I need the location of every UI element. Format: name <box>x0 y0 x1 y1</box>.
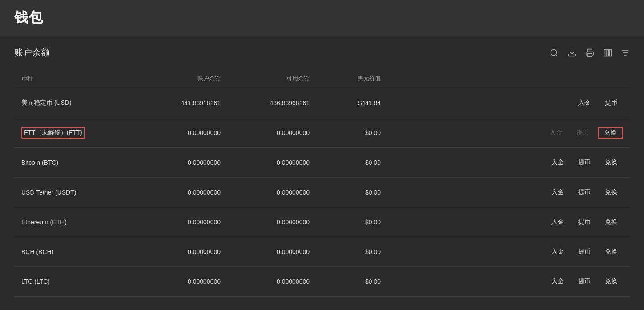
deposit-button[interactable]: 入金 <box>546 276 569 287</box>
withdraw-button[interactable]: 提币 <box>573 187 596 198</box>
table-row: 美元稳定币 (USD)441.83918261436.83968261$441.… <box>14 88 630 118</box>
currency-name: LTC (LTC) <box>14 267 139 297</box>
currency-name: BCH (BCH) <box>14 237 139 267</box>
table-row: Bitcoin (BTC)0.000000000.00000000$0.00入金… <box>14 148 630 178</box>
withdraw-button[interactable]: 提币 <box>573 246 596 258</box>
header-currency: 币种 <box>14 69 139 88</box>
withdraw-button[interactable]: 提币 <box>600 97 623 109</box>
usd-value-cell: $0.00 <box>317 178 388 207</box>
header-available: 可用余额 <box>228 69 317 88</box>
usd-value-cell: $0.00 <box>317 207 388 237</box>
table-header-row: 币种 账户余额 可用余额 美元价值 <box>14 69 630 88</box>
columns-icon[interactable] <box>603 48 612 57</box>
available-cell: 0.00000000 <box>228 237 317 267</box>
svg-rect-5 <box>607 49 608 56</box>
header-usd-value: 美元价值 <box>317 69 388 88</box>
search-icon[interactable] <box>550 48 559 57</box>
currency-cell: FTT（未解锁）(FTT) <box>14 118 139 148</box>
available-cell: 0.00000000 <box>228 178 317 207</box>
deposit-button: 入金 <box>544 127 568 139</box>
actions-cell: 入金提币兑换 <box>388 267 630 297</box>
section-header: 账户余额 <box>14 47 630 59</box>
usd-value-cell: $0.00 <box>317 148 388 178</box>
balance-cell: 0.00000000 <box>139 207 228 237</box>
exchange-button[interactable]: 兑换 <box>598 127 623 139</box>
available-cell: 0.00000000 <box>228 207 317 237</box>
balance-cell: 0.00000000 <box>139 118 228 148</box>
exchange-button[interactable]: 兑换 <box>600 276 623 287</box>
usd-value-cell: $441.84 <box>317 88 388 118</box>
withdraw-button[interactable]: 提币 <box>573 216 596 228</box>
table-row: FTT（未解锁）(FTT)0.000000000.00000000$0.00入金… <box>14 118 630 148</box>
svg-point-0 <box>551 49 557 55</box>
actions-cell: 入金提币兑换 <box>388 207 630 237</box>
withdraw-button: 提币 <box>571 127 594 139</box>
exchange-button[interactable]: 兑换 <box>600 157 623 168</box>
page-title: 钱包 <box>14 8 630 28</box>
table-row: Ethereum (ETH)0.000000000.00000000$0.00入… <box>14 207 630 237</box>
print-icon[interactable] <box>585 48 594 57</box>
svg-rect-3 <box>588 53 592 56</box>
currency-name: USD Tether (USDT) <box>14 178 139 207</box>
deposit-button[interactable]: 入金 <box>546 216 569 228</box>
balance-cell: 0.00000000 <box>139 237 228 267</box>
table-row: USD Tether (USDT)0.000000000.00000000$0.… <box>14 178 630 207</box>
section-title: 账户余额 <box>14 47 50 59</box>
table-row: LTC (LTC)0.000000000.00000000$0.00入金提币兑换 <box>14 267 630 297</box>
withdraw-button[interactable]: 提币 <box>573 276 596 287</box>
currency-name: Bitcoin (BTC) <box>14 148 139 178</box>
deposit-button[interactable]: 入金 <box>573 97 596 109</box>
deposit-button[interactable]: 入金 <box>546 187 569 198</box>
currency-name: 美元稳定币 (USD) <box>14 88 139 118</box>
svg-rect-6 <box>609 49 611 56</box>
header-balance: 账户余额 <box>139 69 228 88</box>
usd-value-cell: $0.00 <box>317 237 388 267</box>
actions-cell: 入金提币兑换 <box>388 178 630 207</box>
exchange-button[interactable]: 兑换 <box>600 187 623 198</box>
exchange-button[interactable]: 兑换 <box>600 216 623 228</box>
balance-cell: 0.00000000 <box>139 178 228 207</box>
usd-value-cell: $0.00 <box>317 267 388 297</box>
available-cell: 436.83968261 <box>228 88 317 118</box>
usd-value-cell: $0.00 <box>317 118 388 148</box>
currency-name: Ethereum (ETH) <box>14 207 139 237</box>
svg-line-1 <box>556 54 558 56</box>
actions-cell: 入金提币兑换 <box>388 118 630 148</box>
deposit-button[interactable]: 入金 <box>546 246 569 258</box>
table-row: BCH (BCH)0.000000000.00000000$0.00入金提币兑换 <box>14 237 630 267</box>
balance-cell: 0.00000000 <box>139 148 228 178</box>
actions-cell: 入金提币兑换 <box>388 237 630 267</box>
withdraw-button[interactable]: 提币 <box>573 157 596 168</box>
exchange-button[interactable]: 兑换 <box>600 246 623 258</box>
main-content: 账户余额 <box>0 36 644 307</box>
balance-table: 币种 账户余额 可用余额 美元价值 美元稳定币 (USD)441.8391826… <box>14 69 630 297</box>
available-cell: 0.00000000 <box>228 267 317 297</box>
toolbar-icons <box>550 48 630 57</box>
download-icon[interactable] <box>568 48 576 57</box>
actions-cell: 入金提币 <box>388 88 630 118</box>
currency-name: FTT（未解锁）(FTT) <box>21 127 85 139</box>
actions-cell: 入金提币兑换 <box>388 148 630 178</box>
deposit-button[interactable]: 入金 <box>546 157 569 168</box>
header-actions <box>388 69 630 88</box>
available-cell: 0.00000000 <box>228 148 317 178</box>
filter-icon[interactable] <box>621 48 630 57</box>
available-cell: 0.00000000 <box>228 118 317 148</box>
page-header: 钱包 <box>0 0 644 36</box>
balance-cell: 441.83918261 <box>139 88 228 118</box>
balance-cell: 0.00000000 <box>139 267 228 297</box>
svg-rect-4 <box>604 49 606 56</box>
